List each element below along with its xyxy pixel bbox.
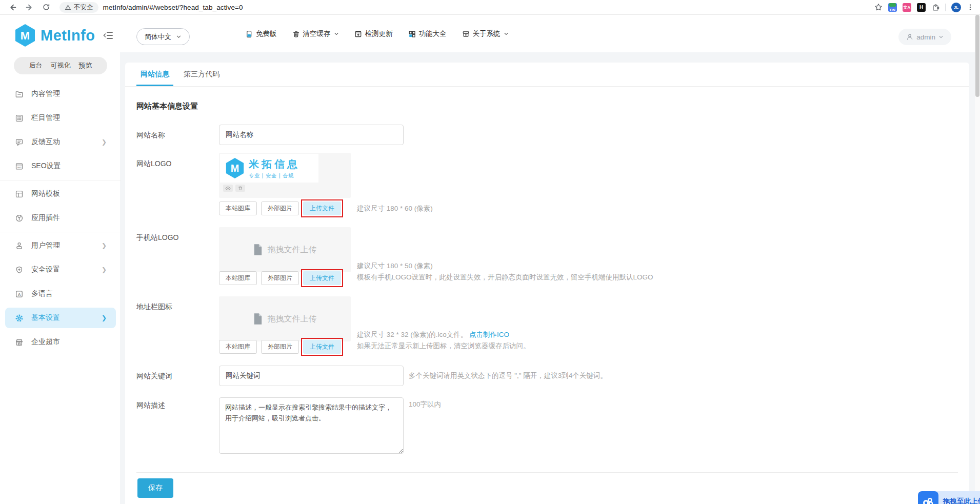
chevron-right-icon: ❯ [102, 266, 107, 273]
browser-avatar[interactable]: JL [951, 3, 961, 12]
chevron-down-icon [504, 31, 509, 36]
favicon-hints: 建议尺寸 32 * 32 (像素)的.ico文件。 点击制作ICO 如果无法正常… [357, 329, 530, 352]
local-gallery-button[interactable]: 本站图库 [219, 271, 257, 285]
quick-nav-backend[interactable]: 后台 [29, 61, 43, 70]
settings-card: 网站信息 第三方代码 网站基本信息设置 网站名称 网站LOGO M 米拓信息 专… [125, 63, 969, 504]
brand-logo[interactable]: M MetInfo [14, 24, 113, 47]
menu-features[interactable]: 功能大全 [408, 29, 447, 38]
sidebar-item-seo[interactable]: seo SEO设置 [5, 156, 116, 176]
description-hint: 100字以内 [409, 399, 441, 410]
preview-eye-icon[interactable] [223, 185, 233, 192]
svg-text:seo: seo [17, 166, 21, 168]
logo-brand-name: 米拓信息 [249, 157, 300, 171]
sidebar-item-basic-settings[interactable]: 基本设置 ❯ [5, 308, 116, 328]
sidebar-item-feedback[interactable]: 反馈互动 ❯ [5, 132, 116, 152]
extensions-puzzle-icon[interactable] [931, 3, 939, 11]
sidebar-item-columns[interactable]: 栏目管理 [5, 108, 116, 128]
site-name-label: 网站名称 [136, 131, 165, 140]
external-image-button[interactable]: 外部图片 [261, 340, 299, 354]
shield-icon [14, 266, 24, 274]
sidebar-item-languages[interactable]: A 多语言 [5, 284, 116, 304]
chrome-separator [945, 4, 946, 11]
sidebar-item-content[interactable]: 内容管理 [5, 84, 116, 104]
sidebar-item-label: 安全设置 [31, 265, 60, 274]
menu-clear-cache[interactable]: 清空缓存 [292, 29, 339, 38]
favicon-dropzone[interactable]: 拖拽文件上传 [219, 296, 351, 341]
language-label: 简体中文 [145, 32, 171, 42]
chrome-menu-icon[interactable] [967, 4, 974, 11]
extension-translate-icon[interactable]: 文A [903, 3, 911, 12]
sidebar-item-label: 栏目管理 [31, 113, 60, 123]
language-a-icon: A [14, 290, 24, 298]
drag-upload-text: 拖拽至此上传 [943, 497, 980, 504]
site-logo-hint: 建议尺寸 180 * 60 (像素) [357, 203, 433, 214]
sidebar-item-templates[interactable]: 网站模板 [5, 184, 116, 204]
url-bar[interactable]: metInfo/admin/#/webset/?head_tab_active=… [103, 4, 243, 11]
extension-on-icon[interactable]: ON [888, 3, 897, 12]
sidebar-item-security[interactable]: 安全设置 ❯ [5, 259, 116, 280]
drag-upload-overlay[interactable]: 拖拽至此上传 [918, 491, 980, 504]
menu-label: 功能大全 [419, 29, 447, 38]
external-image-button[interactable]: 外部图片 [261, 201, 299, 215]
menu-about-system[interactable]: 关于系统 [462, 29, 509, 38]
menu-label: 关于系统 [473, 29, 501, 38]
site-logo-label: 网站LOGO [136, 159, 171, 169]
sidebar-item-plugins[interactable]: 应用插件 [5, 208, 116, 228]
svg-text:A: A [17, 292, 21, 296]
svg-text:M: M [21, 29, 30, 42]
file-icon [253, 244, 263, 256]
extension-translate-label: 文A [904, 5, 911, 10]
app-header: 简体中文 免费版 清空缓存 检测更新 功能大全 关于系统 admin [0, 15, 980, 52]
description-textarea[interactable]: 网站描述，一般显示在搜索引擎搜索结果中的描述文字，用于介绍网站，吸引浏览者点击。 [219, 397, 404, 454]
extension-h-icon[interactable]: H [917, 3, 926, 12]
language-selector[interactable]: 简体中文 [136, 28, 190, 45]
security-badge[interactable]: 不安全 [59, 2, 98, 13]
page-scrollbar[interactable] [975, 15, 980, 504]
scrollbar-thumb[interactable] [975, 15, 979, 97]
local-gallery-button[interactable]: 本站图库 [219, 340, 257, 354]
admin-menu[interactable]: admin [898, 29, 951, 45]
mobile-logo-hint-size: 建议尺寸 180 * 50 (像素) [357, 260, 653, 272]
trash-icon [292, 30, 300, 38]
upload-file-button[interactable]: 上传文件 [303, 201, 341, 215]
gear-icon [14, 314, 24, 322]
delete-trash-icon[interactable] [235, 185, 245, 192]
keywords-input[interactable] [219, 366, 404, 386]
browser-back-icon[interactable] [8, 3, 17, 12]
save-button[interactable]: 保存 [137, 478, 173, 498]
mobile-logo-dropzone[interactable]: 拖拽文件上传 [219, 227, 351, 272]
site-name-input[interactable] [219, 125, 404, 145]
section-title: 网站基本信息设置 [136, 102, 198, 111]
mobile-logo-label: 手机站LOGO [136, 233, 178, 243]
upload-file-button[interactable]: 上传文件 [303, 340, 341, 354]
grid-icon [408, 30, 416, 38]
external-image-button[interactable]: 外部图片 [261, 271, 299, 285]
quick-nav-preview[interactable]: 预览 [79, 61, 92, 70]
menu-check-update[interactable]: 检测更新 [354, 29, 393, 38]
top-menu: 免费版 清空缓存 检测更新 功能大全 关于系统 [245, 26, 509, 42]
chevron-right-icon: ❯ [102, 314, 107, 321]
browser-forward-icon[interactable] [25, 3, 34, 12]
upload-file-button[interactable]: 上传文件 [303, 271, 341, 285]
update-box-icon [354, 30, 362, 38]
local-gallery-button[interactable]: 本站图库 [219, 201, 257, 215]
chevron-right-icon: ❯ [102, 138, 107, 146]
tab-third-party-code[interactable]: 第三方代码 [179, 63, 224, 86]
make-ico-link[interactable]: 点击制作ICO [469, 331, 509, 338]
sidebar-item-label: 多语言 [31, 289, 53, 298]
tab-site-info[interactable]: 网站信息 [136, 63, 173, 86]
free-version-icon [245, 30, 253, 38]
menu-label: 检测更新 [365, 29, 393, 38]
extension-on-top [889, 3, 896, 7]
menu-free-version[interactable]: 免费版 [245, 29, 277, 38]
collapse-sidebar-icon[interactable] [103, 31, 113, 40]
quick-nav-visual[interactable]: 可视化 [51, 61, 71, 70]
template-icon [14, 190, 24, 198]
sidebar-item-enterprise-market[interactable]: 企业超市 [5, 332, 116, 352]
sidebar-divider [0, 180, 121, 180]
bookmark-star-icon[interactable] [874, 3, 883, 11]
footer-divider [136, 472, 958, 473]
metinfo-hexagon-icon: M [225, 157, 245, 179]
browser-reload-icon[interactable] [42, 3, 50, 11]
sidebar-item-users[interactable]: 用户管理 ❯ [5, 235, 116, 256]
